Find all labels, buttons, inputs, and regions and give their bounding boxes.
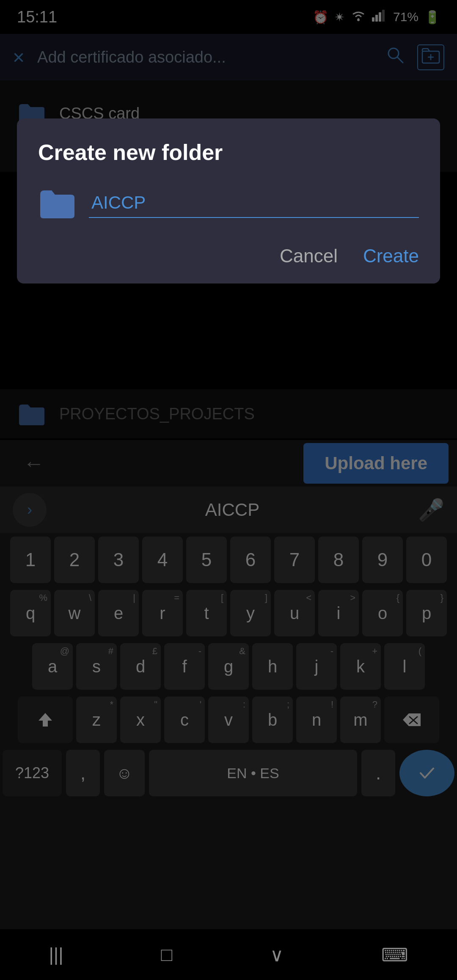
nav-keyboard-button[interactable]: ⌨ xyxy=(369,940,421,970)
navigation-bar: ||| □ ∨ ⌨ xyxy=(0,929,457,980)
nav-back-button[interactable]: ||| xyxy=(36,940,76,969)
nav-recents-button[interactable]: ∨ xyxy=(257,940,296,970)
nav-home-button[interactable]: □ xyxy=(148,940,185,969)
dialog-folder-icon xyxy=(38,186,76,220)
dialog-body xyxy=(38,186,419,220)
create-folder-dialog: Create new folder Cancel Create xyxy=(17,118,440,284)
dialog-title: Create new folder xyxy=(38,140,419,165)
folder-name-input[interactable] xyxy=(89,188,419,218)
create-button[interactable]: Create xyxy=(363,245,419,267)
cancel-button[interactable]: Cancel xyxy=(280,245,338,267)
dialog-actions: Cancel Create xyxy=(38,245,419,267)
